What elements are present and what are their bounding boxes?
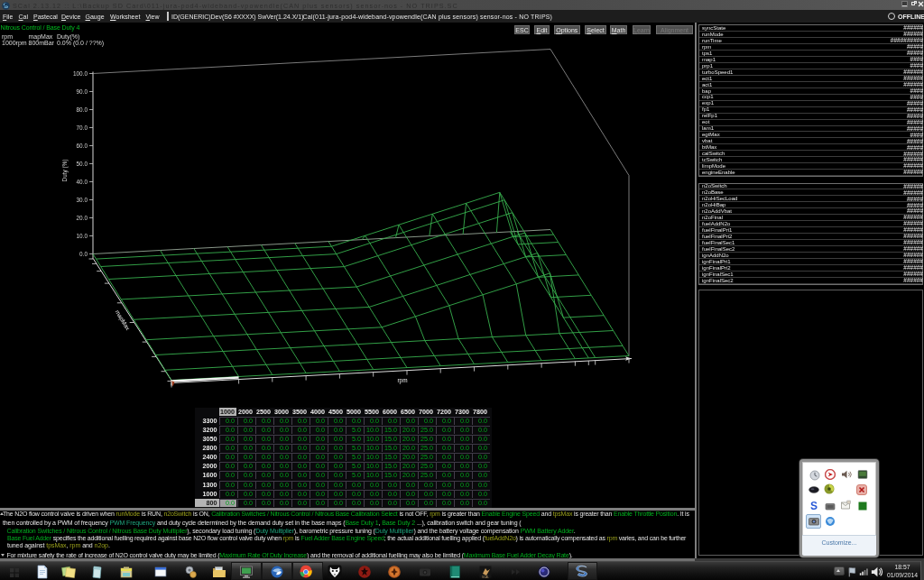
svg-text:70.0: 70.0 — [77, 124, 88, 131]
svg-text:SCAL: SCAL — [482, 575, 489, 579]
svg-text:50.0: 50.0 — [77, 161, 88, 167]
svg-text:30.0: 30.0 — [77, 197, 88, 203]
svg-text:80.0: 80.0 — [77, 106, 88, 113]
svg-text:Duty (%): Duty (%) — [61, 160, 69, 182]
svg-text:40.0: 40.0 — [77, 179, 88, 185]
svg-text:10.0: 10.0 — [77, 233, 88, 239]
svg-text:rpm: rpm — [397, 377, 407, 384]
svg-text:20.0: 20.0 — [77, 215, 88, 221]
svg-text:90.0: 90.0 — [77, 88, 88, 95]
svg-text:S: S — [810, 500, 818, 511]
svg-text:0.0: 0.0 — [79, 251, 88, 257]
svg-text:60.0: 60.0 — [77, 143, 88, 149]
svg-text:100.0: 100.0 — [73, 70, 88, 77]
